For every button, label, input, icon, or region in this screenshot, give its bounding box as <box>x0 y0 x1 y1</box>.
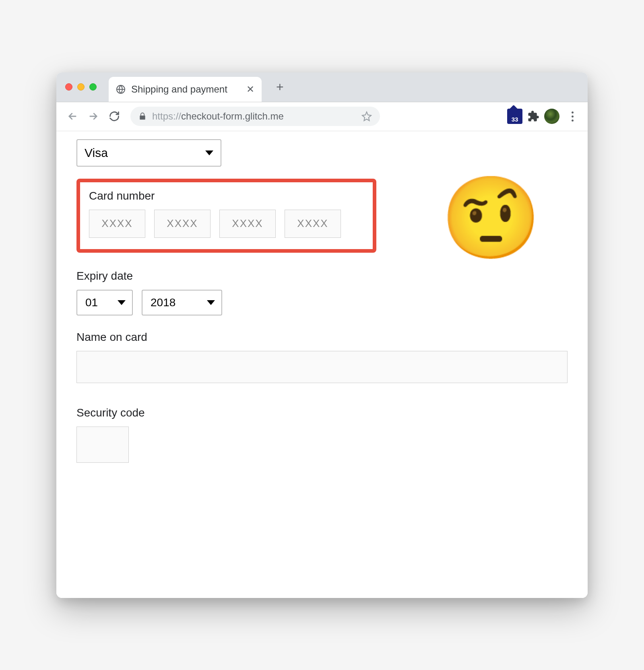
close-window-button[interactable] <box>65 83 72 91</box>
browser-window: Shipping and payment ✕ + https://checkou… <box>56 72 588 598</box>
minimize-window-button[interactable] <box>77 83 85 91</box>
tab-title: Shipping and payment <box>131 84 241 95</box>
card-segment-3[interactable] <box>219 210 276 238</box>
close-tab-button[interactable]: ✕ <box>246 85 254 93</box>
card-number-highlight: Card number <box>76 179 376 253</box>
card-type-select[interactable]: Visa <box>76 139 221 167</box>
card-segment-1[interactable] <box>89 210 145 238</box>
new-tab-button[interactable]: + <box>272 80 288 95</box>
card-number-inputs <box>89 210 364 238</box>
maximize-window-button[interactable] <box>89 83 97 91</box>
page-content: Visa Card number Expiry date 01 2018 <box>56 131 588 598</box>
browser-toolbar: https://checkout-form.glitch.me 33 <box>56 102 588 131</box>
expiry-group: Expiry date 01 2018 <box>76 270 568 315</box>
extension-badge-icon[interactable]: 33 <box>507 109 522 124</box>
reload-button[interactable] <box>105 107 123 125</box>
extension-area: 33 <box>507 108 580 124</box>
name-group: Name on card <box>76 331 568 383</box>
browser-menu-button[interactable] <box>564 108 580 124</box>
profile-avatar[interactable] <box>544 109 559 124</box>
window-controls <box>65 83 97 91</box>
raised-eyebrow-emoji: 🤨 <box>441 177 541 258</box>
card-segment-2[interactable] <box>154 210 211 238</box>
back-button[interactable] <box>64 107 81 125</box>
browser-titlebar: Shipping and payment ✕ + <box>56 72 588 102</box>
security-code-input[interactable] <box>76 427 129 463</box>
cvv-label: Security code <box>76 406 568 419</box>
card-number-label: Card number <box>89 190 364 202</box>
cvv-group: Security code <box>76 406 568 463</box>
name-on-card-input[interactable] <box>76 351 568 383</box>
browser-tab[interactable]: Shipping and payment ✕ <box>109 77 262 102</box>
card-type-group: Visa <box>76 139 568 167</box>
expiry-year-select[interactable]: 2018 <box>142 290 222 315</box>
url-text: https://checkout-form.glitch.me <box>152 111 356 122</box>
expiry-month-select[interactable]: 01 <box>76 290 133 315</box>
forward-button[interactable] <box>85 107 102 125</box>
globe-icon <box>116 85 126 94</box>
card-segment-4[interactable] <box>285 210 341 238</box>
expiry-label: Expiry date <box>76 270 568 282</box>
lock-icon <box>138 112 147 121</box>
name-label: Name on card <box>76 331 568 344</box>
bookmark-star-icon[interactable] <box>361 111 372 122</box>
address-bar[interactable]: https://checkout-form.glitch.me <box>130 107 380 126</box>
extensions-icon[interactable] <box>527 110 539 122</box>
